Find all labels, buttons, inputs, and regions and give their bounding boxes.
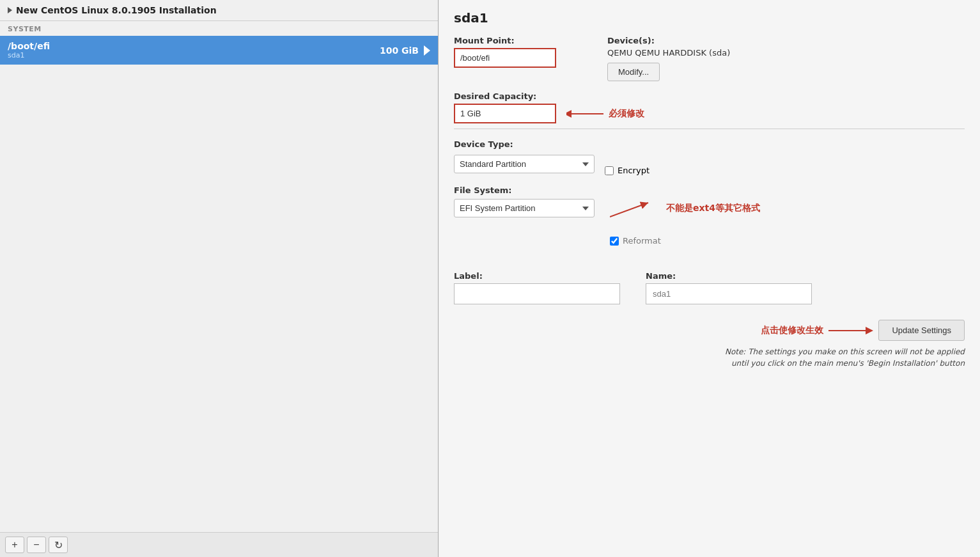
- annotation-arrow-not-ext4-icon: [610, 199, 661, 218]
- device-type-select[interactable]: Standard Partition: [454, 155, 595, 173]
- mount-point-group: Mount Point:: [454, 36, 556, 68]
- label-input[interactable]: [454, 283, 620, 304]
- encrypt-label[interactable]: Encrypt: [618, 166, 649, 175]
- annotation-text-click-update: 点击使修改生效: [761, 325, 823, 336]
- reformat-label[interactable]: Reformat: [623, 236, 661, 246]
- update-settings-button[interactable]: Update Settings: [878, 320, 965, 341]
- devices-value: QEMU QEMU HARDDISK (sda): [607, 48, 730, 58]
- encrypt-row: Encrypt: [605, 166, 649, 175]
- right-panel: sda1 Mount Point: Device(s): QEMU QEMU H…: [439, 0, 980, 557]
- partition-arrow-icon: [424, 45, 430, 56]
- name-input[interactable]: [646, 283, 812, 304]
- partition-name: /boot/efi sda1: [8, 41, 380, 59]
- devices-section: Device(s): QEMU QEMU HARDDISK (sda) Modi…: [607, 36, 730, 81]
- system-section-label: SYSTEM: [0, 21, 438, 36]
- encrypt-checkbox[interactable]: [605, 166, 614, 175]
- bottom-section: Label: Name: 点击使修改生效 Update: [454, 271, 965, 369]
- page-title: sda1: [454, 10, 965, 26]
- annotation-update-row: 点击使修改生效 Update Settings: [761, 320, 965, 341]
- left-panel: New CentOS Linux 8.0.1905 Installation S…: [0, 0, 439, 557]
- refresh-button[interactable]: ↻: [49, 537, 68, 553]
- label-group: Label:: [454, 271, 620, 304]
- annotation-text-must-change: 必须修改: [609, 108, 644, 120]
- modify-button[interactable]: Modify...: [607, 63, 660, 81]
- partition-sub-name: sda1: [8, 51, 380, 59]
- annotation-must-change: 必须修改: [566, 107, 644, 121]
- devices-label: Device(s):: [607, 36, 730, 45]
- divider-1: [454, 129, 965, 129]
- update-section: 点击使修改生效 Update Settings Note: The settin…: [454, 320, 965, 369]
- name-group: Name:: [646, 271, 812, 304]
- name-label: Name:: [646, 271, 812, 281]
- device-type-label: Device Type:: [454, 139, 965, 149]
- mount-point-input[interactable]: [454, 48, 556, 68]
- desired-capacity-row: Desired Capacity: 必须修改: [454, 91, 965, 123]
- svg-line-1: [610, 203, 648, 217]
- partition-size: 100 GiB: [380, 45, 419, 56]
- partition-item-boot-efi[interactable]: /boot/efi sda1 100 GiB: [0, 36, 438, 65]
- add-partition-button[interactable]: +: [5, 537, 24, 553]
- expand-icon: [8, 7, 12, 13]
- note-text: Note: The settings you make on this scre…: [709, 346, 965, 369]
- desired-capacity-input[interactable]: [454, 104, 556, 123]
- desired-capacity-group: Desired Capacity: 必须修改: [454, 91, 644, 123]
- remove-partition-button[interactable]: −: [27, 537, 46, 553]
- file-system-label: File System:: [454, 185, 965, 195]
- left-toolbar: + − ↻: [0, 532, 438, 557]
- annotation-arrow-update-icon: [828, 324, 873, 338]
- reformat-row: Reformat: [610, 236, 661, 246]
- reformat-checkbox[interactable]: [610, 237, 619, 246]
- red-arrow-icon: [566, 107, 605, 121]
- partition-main-name: /boot/efi: [8, 41, 380, 51]
- mount-point-label: Mount Point:: [454, 36, 556, 45]
- mount-devices-row: Mount Point: Device(s): QEMU QEMU HARDDI…: [454, 36, 965, 81]
- annotation-text-not-ext4: 不能是ext4等其它格式: [666, 203, 760, 214]
- desired-capacity-label: Desired Capacity:: [454, 91, 644, 101]
- label-name-row: Label: Name:: [454, 271, 965, 304]
- installation-header: New CentOS Linux 8.0.1905 Installation: [0, 0, 438, 21]
- label-label: Label:: [454, 271, 620, 281]
- installation-title: New CentOS Linux 8.0.1905 Installation: [16, 5, 217, 15]
- file-system-select[interactable]: EFI System Partition: [454, 199, 595, 217]
